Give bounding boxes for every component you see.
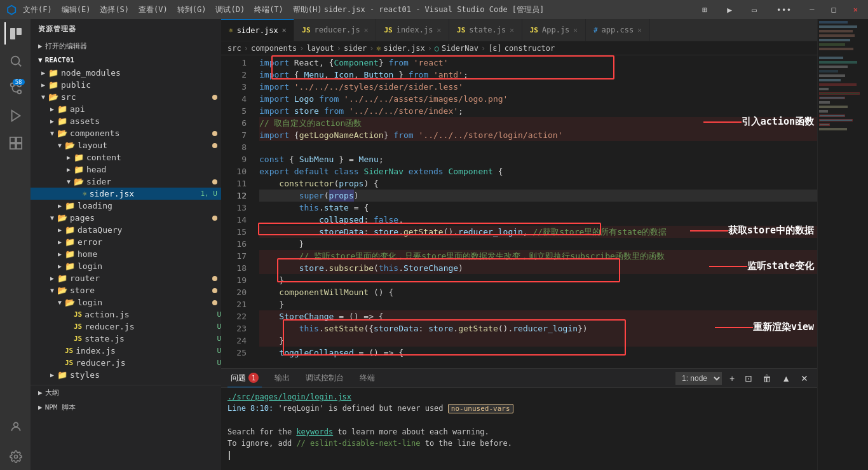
panel-tab-problems[interactable]: 问题 1 [227, 369, 262, 387]
terminal-select[interactable]: 1: node [675, 372, 722, 385]
tab-close-button[interactable]: ✕ [510, 26, 514, 34]
folder-assets[interactable]: ▶ 📁 assets [31, 115, 221, 127]
folder-content[interactable]: ▶ 📁 content [31, 151, 221, 163]
folder-pages[interactable]: ▼ 📂 pages [31, 212, 221, 224]
modified-dot [212, 143, 217, 148]
folder-loading[interactable]: ▶ 📁 loading [31, 200, 221, 212]
tab-reducer-js[interactable]: JS reducer.js ✕ [294, 19, 376, 41]
menu-help[interactable]: 帮助(H) [293, 4, 322, 15]
close-button[interactable]: ✕ [850, 5, 862, 15]
search-activity-icon[interactable] [4, 50, 27, 72]
source-control-activity-icon[interactable]: 58 [4, 77, 27, 99]
tab-app-js[interactable]: JS App.js ✕ [522, 19, 586, 41]
folder-error[interactable]: ▶ 📁 error [31, 236, 221, 248]
open-editors-section[interactable]: ▶ 打开的编辑器 [31, 39, 221, 53]
code-editor[interactable]: 1 2 3 4 5 6 7 8 9 10 11 12 13 14 15 16 1 [221, 55, 817, 368]
toggle-panel-icon[interactable]: ▭ [747, 5, 762, 15]
close-panel-button[interactable]: ✕ [798, 372, 811, 385]
file-index-js[interactable]: JS index.js U [31, 345, 221, 357]
chevron-right-icon: ▶ [47, 371, 57, 378]
maximize-panel-button[interactable]: ▲ [779, 372, 793, 385]
maximize-button[interactable]: □ [828, 5, 840, 15]
menu-edit[interactable]: 编辑(E) [62, 4, 91, 15]
folder-node-modules[interactable]: ▶ 📁 node_modules [31, 67, 221, 79]
debug-activity-icon[interactable] [4, 104, 27, 127]
breadcrumb-layout[interactable]: layout [306, 44, 334, 53]
menu-select[interactable]: 选择(S) [100, 4, 129, 15]
folder-sider[interactable]: ▼ 📂 sider [31, 176, 221, 188]
menu-terminal[interactable]: 终端(T) [254, 4, 283, 15]
breadcrumb-components[interactable]: components [251, 44, 297, 53]
folder-dataquery[interactable]: ▶ 📁 dataQuery [31, 224, 221, 236]
explorer-activity-icon[interactable] [4, 22, 27, 45]
panel-line-3 [227, 415, 811, 426]
code-lines[interactable]: import React, {Component} from 'react' i… [253, 55, 817, 368]
tab-close-button[interactable]: ✕ [637, 26, 642, 34]
title-menu[interactable]: 文件(F) 编辑(E) 选择(S) 查看(V) 转到(G) 调试(D) 终端(T… [23, 4, 322, 15]
panel-tabs: 问题 1 输出 调试控制台 终端 1: node + ⊡ 🗑 ▲ ✕ [221, 369, 817, 388]
keywords-link[interactable]: keywords [296, 427, 333, 436]
breadcrumb-src[interactable]: src [227, 44, 241, 53]
menu-goto[interactable]: 转到(G) [177, 4, 207, 15]
folder-components[interactable]: ▼ 📂 components [31, 127, 221, 139]
sidebar-title: 资源管理器 [31, 19, 221, 39]
folder-api[interactable]: ▶ 📁 api [31, 103, 221, 115]
minimap [817, 19, 868, 470]
tab-sider-jsx[interactable]: ⚛ sider.jsx ✕ [221, 19, 294, 41]
file-action-js[interactable]: JS action.js U [31, 308, 221, 321]
line-number: 10 [221, 165, 247, 177]
accounts-activity-icon[interactable] [4, 415, 27, 438]
file-path[interactable]: ./src/pages/login/login.jsx [227, 392, 351, 401]
more-actions-icon[interactable]: ••• [771, 5, 796, 15]
breadcrumb-sep: › [337, 44, 341, 53]
tab-close-button[interactable]: ✕ [573, 26, 578, 34]
folder-src[interactable]: ▼ 📂 src [31, 91, 221, 103]
file-state-js[interactable]: JS state.js U [31, 333, 221, 345]
file-reducer-js[interactable]: JS reducer.js U [31, 357, 221, 369]
menu-debug[interactable]: 调试(D) [215, 4, 245, 15]
npm-section[interactable]: ▶ NPM 脚本 [31, 400, 221, 415]
extensions-activity-icon[interactable] [4, 132, 27, 154]
folder-layout[interactable]: ▼ 📂 layout [31, 139, 221, 151]
folder-store[interactable]: ▼ 📂 store [31, 284, 221, 296]
tab-close-button[interactable]: ✕ [437, 26, 441, 34]
chevron-right-icon: ▶ [38, 81, 48, 88]
code-line-24: } [259, 335, 817, 347]
line-number: 1 [221, 57, 247, 69]
folder-login[interactable]: ▶ 📁 login [31, 260, 221, 272]
debug-start-icon[interactable]: ▶ [722, 5, 737, 15]
folder-router[interactable]: ▶ 📁 router [31, 272, 221, 284]
tab-app-css[interactable]: # app.css ✕ [586, 19, 650, 41]
menu-file[interactable]: 文件(F) [23, 4, 52, 15]
breadcrumb-method[interactable]: constructor [505, 44, 555, 53]
minimize-button[interactable]: — [806, 5, 818, 15]
panel-tab-debug-console[interactable]: 调试控制台 [302, 369, 347, 387]
window-controls[interactable]: ⊞ ▶ ▭ ••• — □ ✕ [697, 5, 862, 15]
tab-close-button[interactable]: ✕ [364, 26, 369, 34]
folder-home[interactable]: ▶ 📁 home [31, 248, 221, 260]
breadcrumb-file[interactable]: sider.jsx [384, 44, 425, 53]
file-sider-jsx[interactable]: ⚛ sider.jsx 1, U [31, 188, 221, 200]
folder-head[interactable]: ▶ 📁 head [31, 163, 221, 176]
add-terminal-button[interactable]: + [727, 372, 737, 385]
folder-public[interactable]: ▶ 📁 public [31, 79, 221, 91]
tab-state-js[interactable]: JS state.js ✕ [449, 19, 522, 41]
file-reducer-js-login[interactable]: JS reducer.js U [31, 321, 221, 333]
project-label: REACT01 [45, 56, 74, 64]
split-editor-icon[interactable]: ⊞ [697, 5, 712, 15]
breadcrumb-sider[interactable]: sider [344, 44, 367, 53]
panel-tab-output[interactable]: 输出 [271, 369, 293, 387]
settings-activity-icon[interactable] [4, 445, 27, 467]
menu-view[interactable]: 查看(V) [139, 4, 168, 15]
outline-section[interactable]: ▶ 大纲 [31, 385, 221, 400]
folder-styles[interactable]: ▶ 📁 styles [31, 369, 221, 381]
tab-close-button[interactable]: ✕ [282, 26, 287, 34]
folder-label: head [86, 165, 106, 174]
split-terminal-button[interactable]: ⊡ [742, 372, 755, 385]
panel-tab-terminal[interactable]: 终端 [356, 369, 378, 387]
tab-index-js[interactable]: JS index.js ✕ [376, 19, 449, 41]
project-section[interactable]: ▼ REACT01 [31, 53, 221, 67]
delete-terminal-button[interactable]: 🗑 [760, 372, 774, 385]
breadcrumb-class[interactable]: SiderNav [442, 44, 478, 53]
folder-store-login[interactable]: ▼ 📂 login [31, 296, 221, 308]
